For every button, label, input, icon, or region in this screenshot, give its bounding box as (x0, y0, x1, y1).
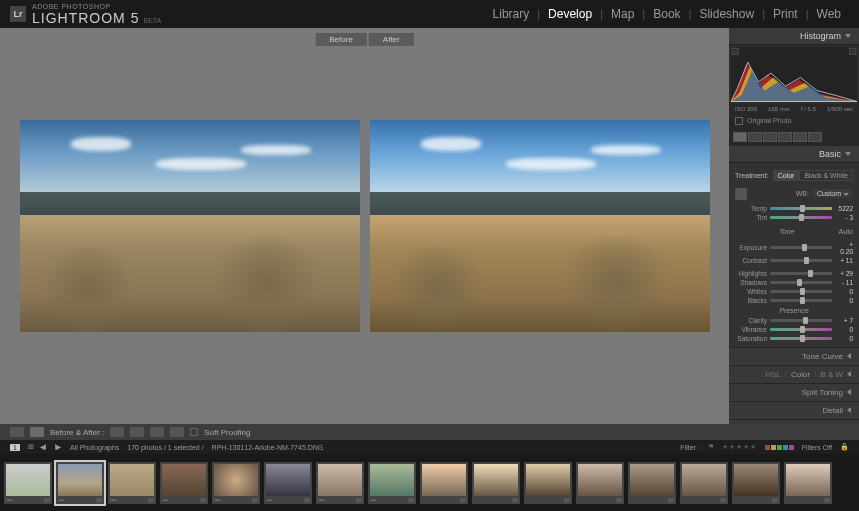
thumbnail[interactable] (576, 462, 624, 504)
brand-subtitle: ADOBE PHOTOSHOP (32, 3, 161, 10)
whites-slider[interactable] (770, 290, 832, 293)
thumbnail[interactable] (420, 462, 468, 504)
saturation-value[interactable]: 0 (835, 335, 853, 342)
wb-eyedropper-icon[interactable] (735, 188, 747, 200)
brush-tool-icon[interactable] (808, 132, 822, 142)
basic-header[interactable]: Basic (729, 146, 859, 163)
brand-title: LIGHTROOM 5 (32, 10, 139, 26)
filter-label: Filter : (680, 444, 699, 451)
grid-icon[interactable]: ⊞ (28, 443, 32, 451)
before-photo (20, 120, 360, 332)
filmstrip-header: 1 ⊞ ⯇ ⯈ All Photographs 170 photos / 1 s… (0, 440, 859, 454)
svg-rect-1 (850, 48, 856, 55)
thumbnail[interactable]: ••••• (56, 462, 104, 504)
vibrance-value[interactable]: 0 (835, 326, 853, 333)
histogram-chart[interactable] (731, 47, 857, 102)
thumbnail[interactable]: ••••• (316, 462, 364, 504)
ba-layout2-icon[interactable] (130, 427, 144, 437)
photo-count: 170 photos / 1 selected / (127, 444, 203, 451)
ba-copy-icon[interactable] (170, 427, 184, 437)
filter-lock-icon[interactable]: 🔒 (840, 443, 849, 451)
nav-fwd-icon[interactable]: ⯈ (55, 444, 62, 451)
tint-value[interactable]: - 3 (835, 214, 853, 221)
redeye-tool-icon[interactable] (763, 132, 777, 142)
tool-strip (729, 128, 859, 146)
filters-off[interactable]: Filters Off (802, 444, 832, 451)
shadows-slider[interactable] (770, 281, 832, 284)
auto-tone-button[interactable]: Auto (839, 228, 853, 235)
thumbnail[interactable] (732, 462, 780, 504)
clarity-value[interactable]: + 7 (835, 317, 853, 324)
histogram-header[interactable]: Histogram (729, 28, 859, 45)
hsl-header[interactable]: HSL/Color/B & W (729, 365, 859, 383)
highlights-value[interactable]: + 29 (835, 270, 853, 277)
tint-slider[interactable] (770, 216, 832, 219)
soft-proofing-label: Soft Proofing (204, 428, 250, 437)
compare-viewer[interactable]: Before After (0, 28, 729, 424)
saturation-slider[interactable] (770, 337, 832, 340)
toolbar: Before & After : Soft Proofing (0, 424, 859, 440)
gradient-tool-icon[interactable] (778, 132, 792, 142)
thumbnail[interactable]: ••••• (108, 462, 156, 504)
thumbnail[interactable]: ••••• (212, 462, 260, 504)
temp-slider[interactable] (770, 207, 832, 210)
thumbnail[interactable] (524, 462, 572, 504)
nav-back-icon[interactable]: ⯇ (40, 444, 47, 451)
compare-view-icon[interactable] (30, 427, 44, 437)
thumbnail[interactable]: ••••• (4, 462, 52, 504)
module-nav: Library| Develop| Map| Book| Slideshow| … (485, 7, 849, 21)
thumbnail[interactable]: ••••• (160, 462, 208, 504)
nav-map[interactable]: Map (603, 7, 642, 21)
nav-web[interactable]: Web (809, 7, 849, 21)
brand-beta: BETA (143, 17, 161, 24)
radial-tool-icon[interactable] (793, 132, 807, 142)
collection-name[interactable]: All Photographs (70, 444, 119, 451)
ba-swap-icon[interactable] (150, 427, 164, 437)
thumbnail[interactable]: ••••• (368, 462, 416, 504)
blacks-slider[interactable] (770, 299, 832, 302)
nav-book[interactable]: Book (645, 7, 688, 21)
nav-develop[interactable]: Develop (540, 7, 600, 21)
treatment-bw[interactable]: Black & White (799, 170, 853, 181)
vibrance-slider[interactable] (770, 328, 832, 331)
spot-tool-icon[interactable] (748, 132, 762, 142)
ba-layout1-icon[interactable] (110, 427, 124, 437)
svg-rect-0 (732, 48, 738, 55)
filter-colors[interactable] (765, 445, 794, 450)
nav-library[interactable]: Library (485, 7, 538, 21)
after-photo (370, 120, 710, 332)
detail-header[interactable]: Detail (729, 401, 859, 419)
treatment-color[interactable]: Color (773, 170, 800, 181)
crop-tool-icon[interactable] (733, 132, 747, 142)
exposure-value[interactable]: + 0.20 (835, 241, 853, 255)
contrast-slider[interactable] (770, 259, 832, 262)
filter-flag-icon[interactable]: ⚑ (708, 443, 714, 451)
temp-value[interactable]: 5222 (835, 205, 853, 212)
thumbnail[interactable] (472, 462, 520, 504)
wb-value[interactable]: Custom (813, 189, 853, 198)
thumbnail[interactable]: ••••• (264, 462, 312, 504)
monitor-badge[interactable]: 1 (10, 444, 20, 451)
soft-proofing-checkbox[interactable] (190, 428, 198, 436)
exposure-slider[interactable] (770, 246, 832, 249)
nav-print[interactable]: Print (765, 7, 806, 21)
filter-stars[interactable]: ★★★★★ (722, 443, 757, 451)
thumbnail[interactable] (628, 462, 676, 504)
right-panel: Histogram ISO 200165 mmf / 5.51/500 sec … (729, 28, 859, 424)
thumbnail[interactable] (784, 462, 832, 504)
filmstrip[interactable]: ••••• ••••• ••••• ••••• ••••• ••••• ••••… (0, 454, 859, 511)
whites-value[interactable]: 0 (835, 288, 853, 295)
lens-corrections-header[interactable]: Lens Corrections (729, 419, 859, 425)
blacks-value[interactable]: 0 (835, 297, 853, 304)
after-label: After (369, 33, 414, 46)
split-toning-header[interactable]: Split Toning (729, 383, 859, 401)
clarity-slider[interactable] (770, 319, 832, 322)
original-photo-row[interactable]: Original Photo (729, 114, 859, 128)
highlights-slider[interactable] (770, 272, 832, 275)
loupe-view-icon[interactable] (10, 427, 24, 437)
shadows-value[interactable]: - 11 (835, 279, 853, 286)
tonecurve-header[interactable]: Tone Curve (729, 347, 859, 365)
thumbnail[interactable] (680, 462, 728, 504)
nav-slideshow[interactable]: Slideshow (691, 7, 762, 21)
contrast-value[interactable]: + 11 (835, 257, 853, 264)
